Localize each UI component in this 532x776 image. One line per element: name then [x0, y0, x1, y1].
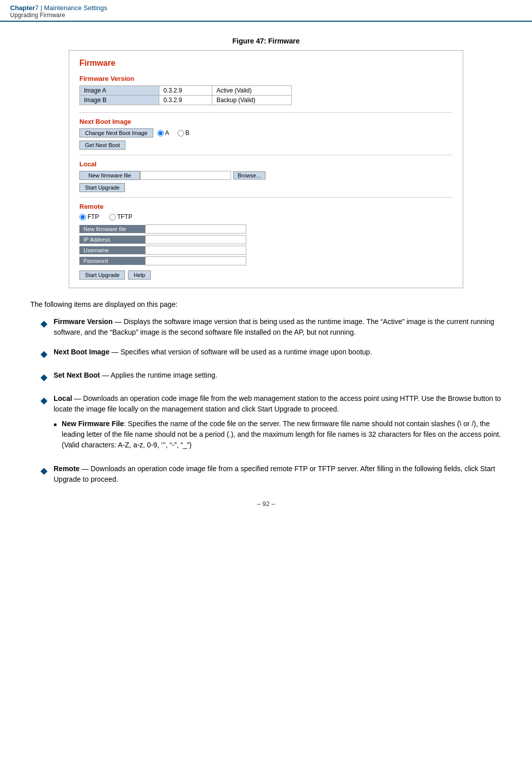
diamond-bullet-icon: ◆ — [40, 347, 48, 361]
tftp-radio-label[interactable]: TFTP — [109, 213, 132, 220]
next-boot-image-section-title: Next Boot Image — [79, 118, 453, 125]
main-content: Figure 47: Firmware Firmware Firmware Ve… — [0, 37, 532, 508]
bullet-local: ◆ Local — Downloads an operation code im… — [40, 393, 502, 454]
remote-ip-input[interactable] — [145, 235, 246, 244]
bullet-remote: ◆ Remote — Downloads an operation code i… — [40, 464, 502, 485]
bullet-body-set-next-boot: — Applies the runtime image setting. — [102, 371, 217, 379]
radio-b[interactable] — [178, 130, 184, 136]
square-bullet-icon: ■ — [54, 421, 57, 428]
bullet-firmware-version: ◆ Firmware Version — Displays the softwa… — [40, 316, 502, 338]
next-boot-image-row: Change Next Boot Image A B — [79, 128, 453, 138]
bullet-remote-text: Remote — Downloads an operation code ima… — [54, 464, 502, 485]
firmware-version-section-title: Firmware Version — [79, 75, 453, 82]
bullet-term-local: Local — [54, 394, 72, 402]
sub-bullet-new-firmware-file: ■ New Firmware File: Specifies the name … — [54, 419, 502, 450]
ftp-label: FTP — [87, 213, 99, 220]
help-button[interactable]: Help — [128, 270, 151, 280]
remote-username-input[interactable] — [145, 246, 246, 255]
image-b-status: Backup (Valid) — [212, 96, 291, 105]
browse-button[interactable]: Browse... — [233, 171, 265, 179]
new-firmware-file-input-local[interactable] — [140, 171, 231, 180]
set-next-boot-button[interactable]: Get Next Boot — [79, 141, 125, 150]
page-header: Chapter7 | Maintenance Settings Upgradin… — [0, 0, 532, 22]
sub-bullet-body-new-firmware-file: : Specifies the name of the code file on… — [62, 420, 501, 449]
bullet-term-firmware-version: Firmware Version — [54, 317, 113, 326]
table-row: Image A 0.3.2.9 Active (Valid) — [80, 86, 292, 96]
figure-label: Figure 47: Firmware — [30, 37, 502, 45]
diamond-bullet-icon: ◆ — [40, 371, 48, 384]
diamond-bullet-icon: ◆ — [40, 317, 48, 331]
start-upgrade-remote-button[interactable]: Start Upgrade — [79, 270, 125, 280]
tftp-label: TFTP — [117, 213, 132, 220]
chapter-label: Chapter7 | Maintenance Settings — [10, 4, 522, 12]
remote-password-row: Password — [79, 256, 453, 265]
page-number: – 92 – — [30, 500, 502, 508]
chapter-title: Maintenance Settings — [44, 4, 107, 12]
local-section-title: Local — [79, 160, 453, 168]
remote-username-label: Username — [79, 246, 145, 254]
bullet-set-next-boot-text: Set Next Boot — Applies the runtime imag… — [54, 370, 502, 381]
remote-ip-row: IP Address — [79, 235, 453, 244]
radio-label-a[interactable]: A — [157, 129, 169, 136]
image-a-status: Active (Valid) — [212, 86, 291, 96]
feature-bullet-list: ◆ Firmware Version — Displays the softwa… — [40, 316, 502, 485]
radio-a-label: A — [165, 129, 169, 136]
image-b-version: 0.3.2.9 — [159, 96, 212, 105]
remote-new-firmware-label: New firmware file — [79, 225, 145, 233]
bullet-body-local: — Downloads an operation code image file… — [54, 394, 501, 413]
remote-username-row: Username — [79, 246, 453, 255]
remote-ip-label: IP Address — [79, 236, 145, 244]
remote-new-firmware-input[interactable] — [145, 224, 246, 234]
description-text: The following items are displayed on thi… — [30, 300, 502, 308]
bullet-local-text: Local — Downloads an operation code imag… — [54, 393, 502, 454]
remote-password-input[interactable] — [145, 256, 246, 265]
remote-section-title: Remote — [79, 203, 453, 210]
diamond-bullet-icon: ◆ — [40, 464, 48, 478]
image-b-label: Image B — [80, 96, 159, 105]
ftp-radio-label[interactable]: FTP — [79, 213, 99, 220]
tftp-radio[interactable] — [109, 214, 116, 220]
remote-password-label: Password — [79, 257, 145, 265]
sub-bullet-new-firmware-file-text: New Firmware File: Specifies the name of… — [62, 419, 502, 450]
diamond-bullet-icon: ◆ — [40, 394, 48, 407]
bullet-firmware-version-text: Firmware Version — Displays the software… — [54, 316, 502, 338]
chapter-word: Chapter — [10, 4, 35, 12]
sub-label: Upgrading Firmware — [10, 12, 522, 19]
new-firmware-file-label-local: New firmware file — [79, 171, 140, 180]
firmware-title: Firmware — [79, 59, 453, 68]
image-a-label: Image A — [80, 86, 159, 96]
firmware-screenshot-box: Firmware Firmware Version Image A 0.3.2.… — [69, 50, 463, 288]
image-a-version: 0.3.2.9 — [159, 86, 212, 96]
bullet-set-next-boot: ◆ Set Next Boot — Applies the runtime im… — [40, 370, 502, 384]
bullet-next-boot-image: ◆ Next Boot Image — Specifies what versi… — [40, 347, 502, 361]
local-firmware-row: New firmware file Browse... — [79, 171, 453, 180]
remote-protocol-row: FTP TFTP — [79, 213, 453, 220]
bullet-body-firmware-version: — Displays the software image version th… — [54, 317, 494, 336]
radio-a[interactable] — [157, 130, 164, 136]
bullet-term-next-boot-image: Next Boot Image — [54, 348, 109, 356]
start-upgrade-local-button[interactable]: Start Upgrade — [79, 183, 125, 192]
sub-bullet-term-new-firmware-file: New Firmware File — [62, 420, 124, 428]
radio-b-label: B — [186, 129, 190, 136]
bullet-term-remote: Remote — [54, 465, 79, 473]
boot-image-radio-group: A B — [157, 129, 190, 136]
firmware-version-table: Image A 0.3.2.9 Active (Valid) Image B 0… — [79, 85, 292, 105]
ftp-radio[interactable] — [79, 214, 86, 220]
bullet-next-boot-image-text: Next Boot Image — Specifies what version… — [54, 347, 502, 357]
chapter-separator: | — [38, 4, 44, 12]
bullet-body-remote: — Downloads an operation code image file… — [54, 465, 495, 483]
sub-bullet-list: ■ New Firmware File: Specifies the name … — [54, 419, 502, 450]
table-row: Image B 0.3.2.9 Backup (Valid) — [80, 96, 292, 105]
radio-label-b[interactable]: B — [178, 129, 190, 136]
change-next-boot-button[interactable]: Change Next Boot Image — [79, 128, 153, 138]
bullet-term-set-next-boot: Set Next Boot — [54, 371, 100, 379]
remote-new-firmware-row: New firmware file — [79, 224, 453, 234]
bullet-body-next-boot-image: — Specifies what version of software wil… — [111, 348, 372, 356]
